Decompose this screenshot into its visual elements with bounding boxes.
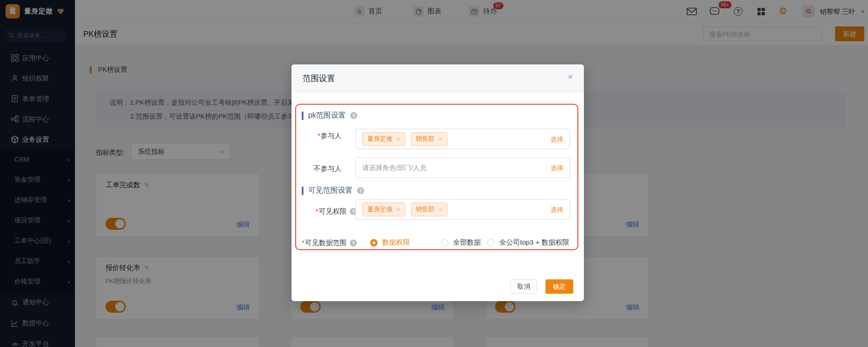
tag: 量身定做×	[362, 202, 405, 216]
field-placeholder: 请选择角色/部门/人员	[362, 164, 427, 172]
range-settings-dialog: 范围设置 × pk范围设置 ? *参与人 量身定做× 销售部× 选择 不参与人 …	[291, 64, 584, 301]
radio-top3-plus-permission[interactable]: 全公司top3 + 数据权限	[487, 238, 569, 247]
radio-unselected-icon	[487, 239, 495, 246]
radio-all-data[interactable]: 全部数据	[441, 238, 481, 247]
visible-scope-section-header: 可见范围设置 ?	[302, 186, 364, 196]
tag-remove-icon[interactable]: ×	[397, 206, 400, 213]
visible-permission-field[interactable]: 量身定做× 销售部× 选择	[355, 199, 570, 220]
section-marker	[302, 112, 304, 120]
radio-data-permission[interactable]: 数据权限	[370, 238, 410, 247]
dialog-header: 范围设置 ×	[291, 64, 584, 92]
participants-field[interactable]: 量身定做× 销售部× 选择	[355, 129, 570, 149]
section-marker	[302, 187, 304, 195]
tag: 销售部×	[411, 132, 447, 146]
help-icon[interactable]: ?	[350, 240, 357, 246]
visible-data-range-label: *可见数据范围 ?	[291, 239, 357, 247]
select-link[interactable]: 选择	[551, 206, 563, 214]
close-icon[interactable]: ×	[568, 72, 573, 81]
tag: 销售部×	[411, 202, 447, 216]
select-link[interactable]: 选择	[551, 164, 563, 172]
select-link[interactable]: 选择	[551, 135, 563, 144]
cancel-button[interactable]: 取消	[510, 279, 537, 294]
confirm-button[interactable]: 确定	[546, 279, 573, 294]
tag: 量身定做×	[362, 132, 405, 146]
pk-scope-section-header: pk范围设置 ?	[302, 111, 357, 120]
participants-label: *参与人	[291, 132, 341, 140]
tag-remove-icon[interactable]: ×	[439, 206, 442, 213]
radio-unselected-icon	[441, 239, 448, 246]
app-root: 量 量身定做 应用中心 组织权限 表单管理 流程中心	[0, 0, 868, 347]
visible-permission-label: *可见权限 ?	[291, 207, 357, 216]
help-icon[interactable]: ?	[357, 187, 364, 194]
tag-remove-icon[interactable]: ×	[397, 136, 400, 143]
non-participants-label: 不参与人	[291, 164, 341, 173]
tag-remove-icon[interactable]: ×	[439, 136, 442, 143]
radio-selected-icon	[370, 239, 378, 246]
non-participants-field[interactable]: 请选择角色/部门/人员 选择	[355, 158, 570, 178]
help-icon[interactable]: ?	[350, 112, 357, 119]
dialog-title: 范围设置	[303, 73, 335, 84]
